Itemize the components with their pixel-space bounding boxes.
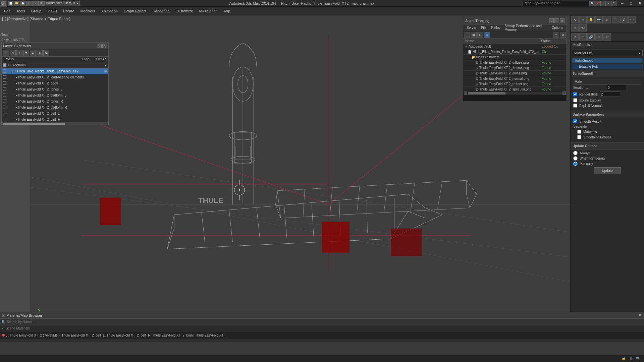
redo-icon[interactable]: ↪ <box>32 1 38 6</box>
smoothing-groups-checkbox[interactable] <box>577 135 581 139</box>
layer-item[interactable]: ▸ Thule EasyFold XT 2_body <box>2 80 108 86</box>
save-icon[interactable]: 💾 <box>20 1 25 6</box>
at-row[interactable]: 🖼 Thule EasyFold XT 2_specular.png Found <box>463 87 567 91</box>
asset-tracking-scrollbar[interactable]: ‹ › <box>463 91 567 95</box>
isoline-checkbox[interactable] <box>573 98 577 102</box>
render-iters-checkbox[interactable] <box>573 92 577 96</box>
undo-icon[interactable]: ↩ <box>26 1 32 6</box>
at-scroll-right-button[interactable]: › <box>562 92 566 95</box>
layer-item[interactable]: ▸ Thule EasyFold XT 2_belt_L <box>2 110 108 116</box>
menu-edit[interactable]: Edit <box>1 8 13 14</box>
layer-item[interactable]: ▸ Thule EasyFold XT 2_belt_R <box>2 116 108 122</box>
search-prev-icon[interactable]: ‹ <box>600 1 606 6</box>
mat-scene-materials-row[interactable]: . : Thule EasyFold XT_2 ( VRayMtl ) [Thu… <box>0 331 644 339</box>
at-tb-settings-icon[interactable]: ⚙ <box>560 32 566 38</box>
at-menu-file[interactable]: File <box>479 25 488 30</box>
rp-tool-helper-icon[interactable]: ⊕ <box>603 16 611 23</box>
manually-radio[interactable] <box>573 162 578 166</box>
rp-link-icon[interactable]: 🔗 <box>587 33 595 41</box>
rp-tool-reactor-icon[interactable]: ⚛ <box>571 24 579 32</box>
material-browser-close-button[interactable]: ✕ <box>637 313 642 318</box>
at-row[interactable]: 🗄 Autodesk Vault Logged Ou <box>463 44 567 49</box>
modifier-item-turbossmooth[interactable]: TurboSmooth <box>572 58 643 63</box>
menu-group[interactable]: Group <box>29 8 44 14</box>
layer-item[interactable]: ▷ ≡ Hitch_Bike_Racks_Thule_EasyFold_XT2 … <box>2 68 108 74</box>
layer-item[interactable]: ▸ Thule EasyFold XT 2_tongs_R <box>2 98 108 104</box>
minimize-button[interactable]: ─ <box>618 0 627 7</box>
update-button[interactable]: Update <box>594 167 621 174</box>
layer-scroll-track[interactable] <box>2 123 108 125</box>
layer-tool-up-icon[interactable]: ▲ <box>30 50 36 56</box>
layer-scroll-thumb[interactable] <box>2 123 65 125</box>
at-scroll-thumb[interactable] <box>468 92 505 95</box>
open-icon[interactable]: 📂 <box>14 1 19 6</box>
new-icon[interactable]: 📄 <box>8 1 13 6</box>
rp-mirror-icon[interactable]: ⊞ <box>595 33 603 41</box>
at-tb-icon-1[interactable]: ◫ <box>464 32 470 38</box>
at-menu-options[interactable]: Options <box>550 25 565 30</box>
workspace-dropdown[interactable]: Workspace: Default ▾ <box>44 1 80 6</box>
menu-rendering[interactable]: Rendering <box>150 8 172 14</box>
at-row[interactable]: 🖼 Thule EasyFold XT 2_diffuse.png Found <box>463 60 567 65</box>
rp-tool-hair-icon[interactable]: 〰 <box>628 16 636 23</box>
layer-tool-obj2-icon[interactable]: ◉ <box>43 50 49 56</box>
rp-tool-poly-icon[interactable]: ◇ <box>579 16 587 23</box>
layer-tool-obj-icon[interactable]: ◈ <box>37 50 43 56</box>
at-help-button[interactable]: ? <box>549 18 554 23</box>
search-pin-icon[interactable]: 📌 <box>595 1 600 6</box>
rp-tool-cursor-icon[interactable]: ↖ <box>571 16 579 23</box>
at-tb-icon-2[interactable]: ▦ <box>471 32 477 38</box>
menu-views[interactable]: Views <box>45 8 60 14</box>
at-menu-paths[interactable]: Paths <box>489 25 502 30</box>
modifier-dropdown[interactable]: Modifier List ▾ <box>572 50 643 56</box>
menu-create[interactable]: Create <box>60 8 77 14</box>
layer-item[interactable]: ≡ 0 (default) ✓ <box>2 62 108 68</box>
at-scroll-left-button[interactable]: ‹ <box>464 92 467 95</box>
at-path-input[interactable] <box>463 95 567 101</box>
at-row[interactable]: 📄 Hitch_Bike_Racks_Thule_EasyFold_XT2_ma… <box>463 49 567 55</box>
at-close-button[interactable]: ✕ <box>560 18 565 23</box>
at-row[interactable]: 🖼 Thule EasyFold XT 2_fresnel.png Found <box>463 65 567 71</box>
rp-select-icon[interactable]: ⊡ <box>579 33 587 41</box>
at-row[interactable]: 🖼 Thule EasyFold XT 2_refract.png Found <box>463 81 567 87</box>
always-radio[interactable] <box>573 151 578 155</box>
layer-tool-1-icon[interactable]: ☰ <box>3 50 9 56</box>
layer-tool-down-icon[interactable]: ▼ <box>23 50 29 56</box>
at-row[interactable]: 🖼 Thule EasyFold XT 2_gloss.png Found <box>463 71 567 76</box>
at-tb-help-icon[interactable]: ? <box>553 32 559 38</box>
iterations-value[interactable]: 0 <box>607 85 627 90</box>
layer-item[interactable]: ▸ Thule EasyFold XT 2_load-bearing eleme… <box>2 74 108 80</box>
mat-section-collapse-icon[interactable]: ▾ <box>2 326 4 330</box>
layer-tool-add-icon[interactable]: + <box>16 50 22 56</box>
search-next-icon[interactable]: › <box>606 1 611 6</box>
help-icon[interactable]: ? <box>611 1 616 6</box>
at-row[interactable]: 📁 Maps / Shaders <box>463 55 567 60</box>
at-menu-bitmap-perf[interactable]: Bitmap Performance and Memory <box>502 23 549 32</box>
layer-item[interactable]: ▸ Thule EasyFold XT 2_platform_R <box>2 104 108 110</box>
menu-customize[interactable]: Customize <box>173 8 196 14</box>
menu-graph-editors[interactable]: Graph Editors <box>121 8 149 14</box>
rp-tool-paint-icon[interactable]: 🖌 <box>620 16 628 23</box>
layer-scrollbar[interactable] <box>2 122 108 125</box>
close-button[interactable]: ✕ <box>635 0 644 7</box>
rp-tool-bend-icon[interactable]: ⌒ <box>612 16 620 23</box>
smooth-result-checkbox[interactable] <box>573 119 577 123</box>
at-menu-server[interactable]: Server <box>465 25 478 30</box>
rp-array-icon[interactable]: ⊟ <box>603 33 611 41</box>
menu-animation[interactable]: Animation <box>99 8 120 14</box>
modifier-item-editable-poly[interactable]: Editable Poly <box>572 64 643 69</box>
explicit-normals-checkbox[interactable] <box>573 104 577 108</box>
rp-tool-view-icon[interactable]: 👁 <box>579 24 587 32</box>
search-input[interactable] <box>523 1 590 6</box>
rp-tool-light-icon[interactable]: 💡 <box>587 16 595 23</box>
render-iters-value[interactable]: 2 <box>600 92 620 97</box>
menu-tools[interactable]: Tools <box>14 8 28 14</box>
at-tb-icon-3[interactable]: ⊟ <box>477 32 483 38</box>
layer-item[interactable]: ▸ Thule EasyFold XT 2_tongs_L <box>2 86 108 92</box>
layer-close-button[interactable]: ✕ <box>102 44 107 48</box>
rp-motion-icon[interactable]: ⟳ <box>571 33 579 41</box>
maximize-button[interactable]: □ <box>627 0 635 7</box>
menu-help[interactable]: Help <box>220 8 233 14</box>
at-row[interactable]: 🖼 Thule EasyFold XT 2_normal.png Found <box>463 76 567 81</box>
layer-tool-x-icon[interactable]: ✕ <box>10 50 16 56</box>
